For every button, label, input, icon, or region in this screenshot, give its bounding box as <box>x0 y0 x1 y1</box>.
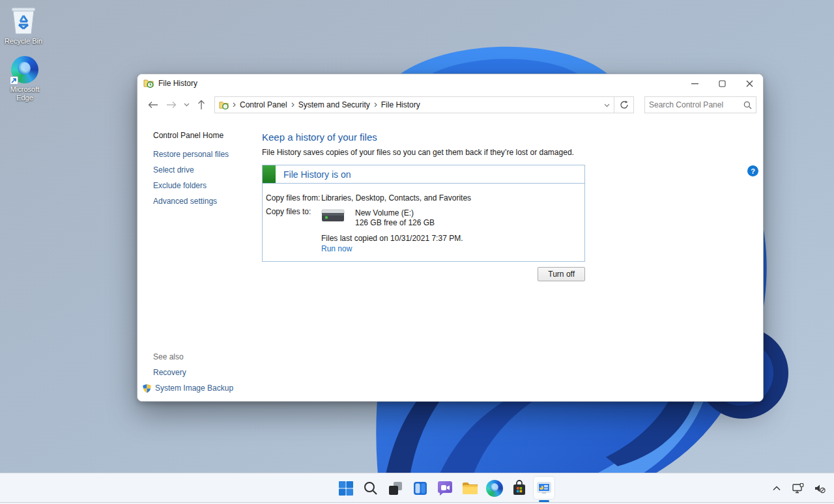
file-explorer-icon <box>461 480 479 497</box>
system-tray <box>770 473 826 503</box>
active-app-underline <box>539 500 549 502</box>
copy-to-label: Copy files to: <box>266 207 321 253</box>
sidebar-item-recovery[interactable]: Recovery <box>153 367 262 378</box>
drive-icon <box>321 208 345 224</box>
network-icon[interactable] <box>792 479 805 497</box>
taskbar-center-icons <box>334 473 556 503</box>
widgets-icon <box>412 480 429 497</box>
status-on-indicator <box>263 165 276 183</box>
crumb-separator-icon <box>374 102 377 107</box>
copy-from-label: Copy files from: <box>266 193 321 203</box>
store-icon <box>511 480 528 497</box>
address-dropdown-chevron[interactable] <box>604 100 610 109</box>
turn-off-button[interactable]: Turn off <box>538 267 585 281</box>
recent-pages-chevron[interactable] <box>180 96 192 114</box>
sidebar: Control Panel Home Restore personal file… <box>137 117 262 402</box>
search-input[interactable] <box>649 100 743 109</box>
page-title: Keep a history of your files <box>262 132 763 143</box>
windows-start-icon <box>338 481 354 496</box>
desktop-icon-recycle-bin[interactable]: Recycle Bin <box>0 5 47 46</box>
crumb-file-history[interactable]: File History <box>381 100 420 109</box>
crumb-system-and-security[interactable]: System and Security <box>298 100 370 109</box>
help-icon[interactable]: ? <box>747 165 758 176</box>
status-title: File History is on <box>283 169 351 180</box>
up-button[interactable] <box>192 96 210 114</box>
status-body: Copy files from: Libraries, Desktop, Con… <box>263 184 584 261</box>
chat-button[interactable] <box>433 473 457 503</box>
edge-icon <box>486 480 503 497</box>
refresh-button[interactable] <box>614 96 634 113</box>
see-also-label: See also <box>153 352 262 361</box>
file-history-window: File History <box>137 74 764 402</box>
status-header: File History is on <box>263 165 584 184</box>
uac-shield-icon <box>142 384 152 393</box>
window-body: Control Panel Home Restore personal file… <box>137 117 763 402</box>
window-controls <box>681 74 763 92</box>
desktop-icon-label: Recycle Bin <box>5 37 42 46</box>
shortcut-arrow-icon <box>10 76 18 85</box>
start-button[interactable] <box>334 473 358 503</box>
back-button[interactable] <box>144 96 162 114</box>
crumb-separator-icon <box>291 102 295 107</box>
crumb-separator-icon <box>233 102 236 107</box>
recycle-bin-icon <box>9 5 38 35</box>
control-panel-icon <box>219 100 229 110</box>
task-view-button[interactable] <box>383 473 408 503</box>
control-panel-taskbar-button[interactable] <box>532 473 556 503</box>
control-panel-window-icon <box>536 480 553 497</box>
file-history-app-icon <box>143 78 154 89</box>
edge-icon <box>11 56 38 83</box>
sidebar-see-also-group: See also Recovery System Ima <box>153 352 262 395</box>
close-button[interactable] <box>736 74 763 92</box>
last-copied-text: Files last copied on 10/31/2021 7:37 PM. <box>321 234 579 243</box>
page-description: File History saves copies of your files … <box>262 148 763 157</box>
main-content: Keep a history of your files File Histor… <box>262 117 763 402</box>
search-box <box>644 96 756 113</box>
desktop-icon-label: Microsoft Edge <box>1 85 48 102</box>
desktop: Recycle Bin Microsoft Edge File History <box>0 0 834 504</box>
widgets-button[interactable] <box>408 473 433 503</box>
maximize-button[interactable] <box>708 74 736 92</box>
window-title: File History <box>158 79 197 88</box>
forward-button[interactable] <box>162 96 180 114</box>
sidebar-item-restore-personal-files[interactable]: Restore personal files <box>153 149 262 160</box>
taskbar <box>0 473 834 504</box>
taskbar-search-button[interactable] <box>358 473 383 503</box>
sidebar-item-select-drive[interactable]: Select drive <box>153 165 262 175</box>
crumb-control-panel[interactable]: Control Panel <box>240 100 287 109</box>
desktop-icon-microsoft-edge[interactable]: Microsoft Edge <box>1 56 48 102</box>
sidebar-item-advanced-settings[interactable]: Advanced settings <box>153 196 262 206</box>
sidebar-item-system-image-backup[interactable]: System Image Backup <box>155 383 233 393</box>
search-icon[interactable] <box>743 101 752 109</box>
search-icon <box>363 481 379 496</box>
chat-icon <box>437 480 453 497</box>
copy-from-value: Libraries, Desktop, Contacts, and Favori… <box>321 193 579 203</box>
titlebar: File History <box>137 74 763 92</box>
volume-muted-icon[interactable] <box>813 479 826 497</box>
minimize-button[interactable] <box>681 74 708 92</box>
breadcrumb: Control Panel System and Security File H… <box>214 96 634 113</box>
file-explorer-button[interactable] <box>457 473 482 503</box>
microsoft-store-button[interactable] <box>507 473 532 503</box>
drive-free-space: 126 GB free of 126 GB <box>355 218 435 228</box>
task-view-icon <box>387 480 404 497</box>
run-now-link[interactable]: Run now <box>321 244 352 253</box>
breadcrumb-bar[interactable]: Control Panel System and Security File H… <box>214 96 614 113</box>
drive-name: New Volume (E:) <box>355 208 435 218</box>
file-history-status-box: File History is on Copy files from: Libr… <box>262 165 585 262</box>
sidebar-item-control-panel-home[interactable]: Control Panel Home <box>153 131 262 140</box>
hidden-icons-chevron[interactable] <box>770 479 783 497</box>
edge-button[interactable] <box>482 473 507 503</box>
sidebar-item-exclude-folders[interactable]: Exclude folders <box>153 180 262 191</box>
navigation-toolbar: Control Panel System and Security File H… <box>137 92 763 117</box>
